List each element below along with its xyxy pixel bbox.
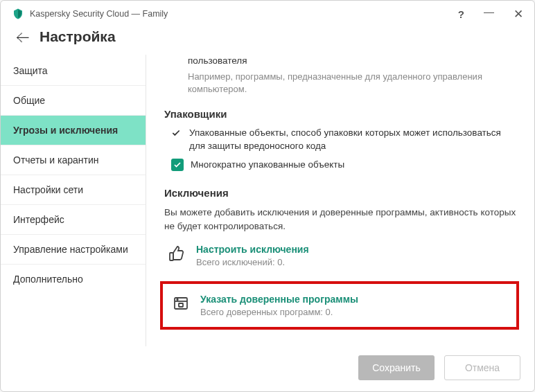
exclusions-heading: Исключения [164, 187, 519, 199]
svg-point-3 [177, 299, 178, 301]
checkmark-icon [171, 127, 182, 141]
top-item-sub: Например, программы, предназначенные для… [188, 71, 519, 96]
footer: Сохранить Отмена [1, 346, 534, 391]
packers-method-text: Упакованные объекты, способ упаковки кот… [189, 127, 519, 153]
checkbox-checked-icon[interactable] [171, 159, 184, 171]
sidebar-item-network[interactable]: Настройки сети [1, 175, 146, 205]
trusted-programs-link[interactable]: Указать доверенные программы [200, 294, 358, 305]
trusted-programs-count: Всего доверенных программ: 0. [200, 307, 358, 317]
packers-heading: Упаковщики [164, 108, 519, 120]
titlebar: Kaspersky Security Cloud — Family ? — ✕ [1, 1, 534, 24]
sidebar-item-interface[interactable]: Интерфейс [1, 205, 146, 235]
packers-method-row[interactable]: Упакованные объекты, способ упаковки кот… [164, 127, 519, 153]
sidebar: Защита Общие Угрозы и исключения Отчеты … [1, 55, 146, 346]
minimize-button[interactable]: — [484, 6, 494, 17]
trusted-programs-row: Указать доверенные программы Всего довер… [168, 294, 511, 317]
sidebar-item-reports-quarantine[interactable]: Отчеты и карантин [1, 145, 146, 175]
help-button[interactable]: ? [458, 9, 464, 19]
top-item-title: пользователя [188, 55, 519, 68]
page-header: 🡠 Настройка [1, 24, 534, 55]
body: Защита Общие Угрозы и исключения Отчеты … [1, 55, 534, 346]
back-button[interactable]: 🡠 [16, 29, 30, 44]
settings-window: Kaspersky Security Cloud — Family ? — ✕ … [0, 0, 535, 392]
svg-rect-4 [179, 303, 183, 307]
truncated-top-item: пользователя Например, программы, предна… [164, 55, 519, 96]
settings-content: пользователя Например, программы, предна… [146, 55, 534, 346]
sidebar-item-manage-settings[interactable]: Управление настройками [1, 235, 146, 265]
packers-multi-text: Многократно упакованные объекты [191, 159, 519, 172]
close-button[interactable]: ✕ [514, 8, 523, 20]
exclusions-desc: Вы можете добавить исключения и доверенн… [164, 206, 519, 233]
application-window-icon [173, 294, 191, 312]
app-logo-icon [12, 8, 24, 20]
app-title: Kaspersky Security Cloud — Family [30, 9, 453, 19]
packers-multi-row[interactable]: Многократно упакованные объекты [164, 159, 519, 172]
configure-exclusions-row: Настроить исключения Всего исключений: 0… [164, 244, 519, 267]
thumbs-up-icon [168, 244, 186, 262]
page-title: Настройка [40, 28, 116, 45]
cancel-button[interactable]: Отмена [444, 355, 520, 380]
configure-exclusions-count: Всего исключений: 0. [196, 257, 309, 267]
configure-exclusions-link[interactable]: Настроить исключения [196, 244, 309, 255]
sidebar-item-threats-exclusions[interactable]: Угрозы и исключения [1, 116, 146, 145]
sidebar-item-additional[interactable]: Дополнительно [1, 265, 146, 294]
sidebar-item-general[interactable]: Общие [1, 86, 146, 116]
window-controls: ? — ✕ [458, 8, 523, 20]
svg-rect-0 [170, 253, 173, 260]
trusted-programs-highlight: Указать доверенные программы Всего довер… [160, 281, 519, 330]
save-button[interactable]: Сохранить [358, 355, 435, 380]
sidebar-item-protection[interactable]: Защита [1, 56, 146, 86]
